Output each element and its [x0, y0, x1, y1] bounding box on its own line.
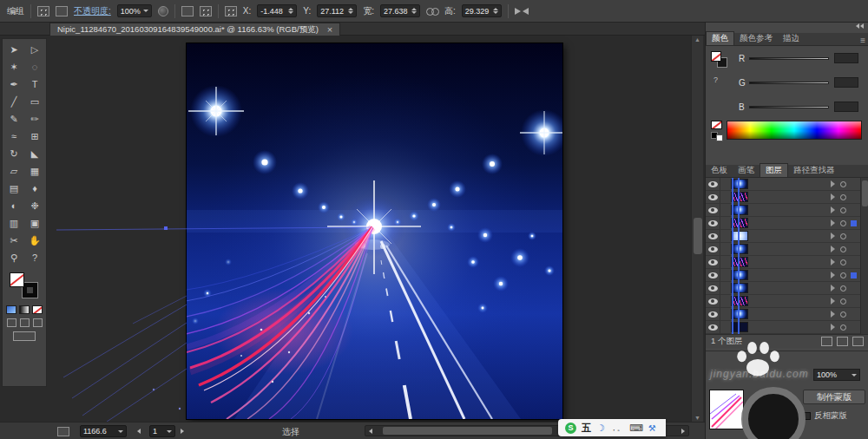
expand-triangle-icon[interactable] — [831, 259, 835, 265]
moon-icon[interactable]: ☽ — [596, 423, 605, 434]
zoom-dropdown[interactable]: 1166.6 — [80, 425, 127, 437]
selection-tool-icon[interactable]: ➤ — [3, 41, 24, 58]
visibility-eye-icon[interactable] — [706, 246, 720, 252]
link-dimensions-icon[interactable] — [426, 6, 438, 16]
red-slider[interactable] — [749, 57, 829, 60]
keyboard-icon[interactable]: ⌨ — [629, 423, 643, 434]
ime-toolbox-icon[interactable]: ⚒ — [648, 423, 656, 433]
visibility-eye-icon[interactable] — [706, 233, 720, 239]
visibility-eye-icon[interactable] — [706, 324, 720, 331]
target-circle-icon[interactable] — [840, 285, 846, 292]
horizontal-scroll-thumb[interactable] — [383, 427, 552, 435]
height-input[interactable]: 29.329 — [462, 4, 502, 17]
scroll-up-icon[interactable]: ▲ — [694, 36, 700, 43]
help-icon[interactable]: ? — [24, 249, 45, 266]
zoom-tool-icon[interactable]: ⚲ — [3, 249, 24, 266]
magic-wand-tool-icon[interactable]: ✶ — [3, 58, 24, 75]
lasso-tool-icon[interactable]: ◌ — [24, 58, 45, 75]
new-layer-icon[interactable] — [837, 337, 848, 346]
invert-mask-checkbox[interactable] — [803, 412, 811, 420]
visibility-eye-icon[interactable] — [706, 298, 720, 305]
appearance-icon[interactable] — [56, 6, 68, 16]
layer-row[interactable] — [706, 295, 860, 308]
ime-mode-indicator[interactable]: 五 — [582, 422, 591, 435]
transform-icon[interactable] — [515, 6, 529, 16]
tab-swatches[interactable]: 色板 — [706, 164, 733, 177]
rotate-tool-icon[interactable]: ↻ — [3, 145, 24, 162]
target-circle-icon[interactable] — [840, 272, 846, 278]
free-transform-tool-icon[interactable]: ⊞ — [24, 128, 45, 145]
y-input[interactable]: 27.112 — [317, 4, 357, 17]
target-circle-icon[interactable] — [840, 181, 846, 187]
vertical-scroll-thumb[interactable] — [694, 218, 702, 254]
expand-triangle-icon[interactable] — [831, 206, 835, 213]
white-swatch[interactable] — [716, 134, 723, 141]
close-tab-icon[interactable]: × — [327, 25, 332, 35]
color-spectrum-bar[interactable] — [727, 121, 862, 140]
shape-builder-tool-icon[interactable]: ▱ — [3, 162, 24, 180]
artboard[interactable] — [187, 43, 562, 419]
punctuation-icon[interactable]: ，。 — [610, 423, 624, 433]
layer-row[interactable] — [706, 191, 860, 204]
graphic-style-icon[interactable] — [158, 6, 168, 16]
paintbrush-tool-icon[interactable]: ✎ — [3, 110, 24, 128]
draw-normal-icon[interactable] — [7, 318, 16, 327]
gradient-button[interactable] — [19, 305, 30, 314]
visibility-eye-icon[interactable] — [706, 311, 720, 318]
target-circle-icon[interactable] — [840, 220, 846, 226]
type-tool-icon[interactable]: T — [24, 75, 45, 93]
new-group-icon[interactable] — [821, 337, 832, 346]
symbol-sprayer-tool-icon[interactable]: ❉ — [24, 197, 45, 214]
gradient-tool-icon[interactable]: ▤ — [3, 180, 24, 197]
blend-tool-icon[interactable]: ◐ — [3, 197, 24, 214]
layer-row[interactable] — [706, 243, 860, 256]
expand-triangle-icon[interactable] — [831, 298, 835, 305]
stepper-icon[interactable] — [493, 8, 498, 14]
expand-triangle-icon[interactable] — [831, 233, 835, 239]
mesh-tool-icon[interactable]: ▦ — [24, 162, 45, 180]
color-button[interactable] — [6, 305, 16, 314]
visibility-eye-icon[interactable] — [706, 285, 720, 292]
target-circle-icon[interactable] — [840, 311, 846, 318]
width-tool-icon[interactable]: ≈ — [3, 128, 24, 145]
target-circle-icon[interactable] — [840, 246, 846, 252]
stepper-icon[interactable] — [288, 8, 293, 14]
visibility-eye-icon[interactable] — [706, 207, 720, 213]
opacity-dropdown[interactable]: 100% — [117, 4, 152, 17]
stepper-icon[interactable] — [411, 8, 417, 14]
layers-scroll-thumb[interactable] — [862, 180, 868, 206]
align-icon[interactable] — [200, 6, 212, 16]
visibility-eye-icon[interactable] — [706, 259, 720, 265]
layer-row[interactable] — [706, 321, 860, 334]
recolor-icon[interactable] — [181, 6, 194, 16]
rectangle-tool-icon[interactable]: ▭ — [24, 93, 45, 110]
make-mask-button[interactable]: 制作蒙版 — [803, 390, 865, 404]
reference-point-icon[interactable] — [225, 6, 237, 16]
layer-row[interactable] — [706, 217, 860, 230]
tab-stroke[interactable]: 描边 — [778, 32, 805, 45]
layers-scrollbar[interactable] — [860, 178, 868, 334]
slice-tool-icon[interactable]: ✂ — [3, 232, 24, 249]
basepoint-grid-icon[interactable] — [37, 6, 49, 16]
eyedropper-tool-icon[interactable]: ♦ — [24, 180, 45, 197]
expand-triangle-icon[interactable] — [831, 193, 835, 200]
line-segment-tool-icon[interactable]: ╱ — [3, 93, 24, 110]
target-circle-icon[interactable] — [840, 233, 846, 239]
none-color-swatch[interactable] — [711, 121, 722, 129]
scroll-right-icon[interactable] — [681, 429, 685, 434]
artboard-tool-icon[interactable]: ▣ — [24, 214, 45, 232]
draw-behind-icon[interactable] — [20, 318, 30, 327]
tab-color[interactable]: 颜色 — [706, 31, 734, 45]
collapse-dock-icon[interactable] — [856, 23, 864, 29]
transparency-opacity-dropdown[interactable]: 100% — [813, 369, 860, 381]
layer-row[interactable] — [706, 308, 860, 321]
layer-row[interactable] — [706, 178, 860, 191]
vertical-scrollbar[interactable]: ▲ ▼ — [691, 36, 703, 422]
red-value-input[interactable] — [834, 53, 858, 63]
green-slider[interactable] — [749, 82, 829, 84]
tab-brushes[interactable]: 画笔 — [733, 164, 760, 177]
expand-triangle-icon[interactable] — [831, 324, 835, 331]
none-button[interactable] — [32, 305, 43, 314]
scroll-left-icon[interactable] — [369, 429, 372, 434]
object-thumbnail[interactable] — [709, 390, 744, 429]
